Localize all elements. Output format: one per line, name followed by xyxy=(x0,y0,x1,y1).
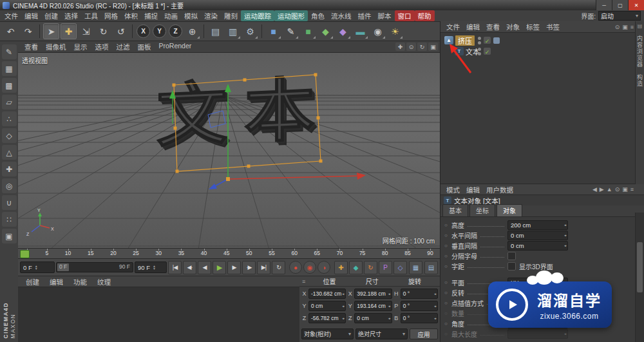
menubar-item[interactable]: 渲染 xyxy=(201,10,221,21)
separate-letters-checkbox[interactable] xyxy=(507,252,516,260)
prev-frame-button[interactable]: ◀ xyxy=(198,261,211,274)
end-frame-field[interactable]: 90 F ▲▼ xyxy=(135,261,167,273)
edges-mode-icon[interactable]: ◇ xyxy=(2,128,17,143)
scrollbar-thumb[interactable] xyxy=(637,242,643,292)
object-manager-menu-item[interactable]: 查看 xyxy=(483,21,503,32)
material-list-area[interactable] xyxy=(18,287,299,342)
record-scale-toggle[interactable]: ◆ xyxy=(349,261,363,274)
goto-start-button[interactable]: |◀ xyxy=(168,261,182,274)
viewport-zoom-icon[interactable]: ⊙ xyxy=(406,43,416,51)
drag-knob-icon[interactable] xyxy=(444,280,451,285)
z-axis-lock-button[interactable]: Z xyxy=(169,24,182,38)
quantize-icon[interactable]: ∷ xyxy=(2,212,17,227)
dock-tab-structure[interactable]: 构造 xyxy=(636,74,644,87)
drag-knob-icon[interactable] xyxy=(444,321,451,327)
attribute-tab[interactable]: 基本 xyxy=(442,204,468,216)
enable-axis-icon[interactable]: ✚ xyxy=(2,162,17,176)
timeline-layout-button[interactable]: ▦ xyxy=(409,261,422,274)
record-options-button[interactable]: ◑ xyxy=(317,261,330,274)
minimize-button[interactable]: ─ xyxy=(596,0,612,10)
add-generator-button[interactable]: ◆ xyxy=(317,23,334,39)
position-x-field[interactable]: -130.682 cm xyxy=(308,289,346,299)
viewport-menu-item[interactable]: 面板 xyxy=(134,41,155,52)
add-spline-button[interactable]: ✎ xyxy=(283,23,299,39)
vspace-field[interactable]: 0 cm xyxy=(507,241,568,251)
texture-mode-icon[interactable]: ▩ xyxy=(2,78,17,93)
menubar-item[interactable]: 动画 xyxy=(161,10,181,21)
menubar-item[interactable]: 创建 xyxy=(41,10,61,21)
size-mode-select[interactable]: 绝对尺寸 xyxy=(355,328,408,339)
close-button[interactable]: ✕ xyxy=(628,0,644,10)
current-frame-field[interactable]: 0 F ▲▼ xyxy=(20,261,55,273)
viewport-menu-item[interactable]: ProRender xyxy=(155,41,196,52)
rotation-b-field[interactable]: 0 ° xyxy=(401,313,438,323)
workplane-mode-icon[interactable]: ▱ xyxy=(2,95,17,109)
apply-button[interactable]: 应用 xyxy=(410,328,438,339)
play-button[interactable]: ▶ xyxy=(213,261,226,274)
menubar-item[interactable]: 捕捉 xyxy=(141,10,161,21)
object-manager-menu-item[interactable]: 标签 xyxy=(523,21,543,32)
add-primitive-button[interactable]: ■ xyxy=(265,23,281,39)
render-settings-button[interactable]: ⚙ xyxy=(242,23,258,39)
add-light-button[interactable]: ☀ xyxy=(387,23,403,39)
material-menu-item[interactable]: 功能 xyxy=(68,276,92,287)
spinner-icon[interactable]: ▲▼ xyxy=(153,265,156,270)
loop-mode-button[interactable]: ↻ xyxy=(272,261,285,274)
add-camera-button[interactable]: ◉ xyxy=(370,23,386,39)
viewport-menu-item[interactable]: 过滤 xyxy=(113,41,134,52)
interface-select[interactable]: 启动 xyxy=(598,11,641,21)
drag-knob-icon[interactable] xyxy=(444,243,451,249)
model-mode-icon[interactable]: ▦ xyxy=(2,61,17,76)
viewport-menu-item[interactable]: 摄像机 xyxy=(42,41,70,52)
object-row-text[interactable]: T 文本 xyxy=(440,46,644,57)
add-subdivision-button[interactable]: ■ xyxy=(300,23,316,39)
object-manager-menu-item[interactable]: 对象 xyxy=(503,21,523,32)
viewport-canvas[interactable]: 文本 xyxy=(18,53,440,248)
live-selection-icon[interactable]: ➤ xyxy=(43,23,59,39)
viewport-toggle-icon[interactable]: ▣ xyxy=(428,43,438,51)
y-axis-lock-button[interactable]: Y xyxy=(153,24,166,38)
om-menu-icon[interactable]: ≡ xyxy=(630,24,634,30)
add-deformer-button[interactable]: ◆ xyxy=(335,23,351,39)
menubar-item[interactable]: 网格 xyxy=(101,10,121,21)
height-field[interactable]: 200 cm xyxy=(507,220,568,230)
enable-snap-icon[interactable]: ∪ xyxy=(2,195,17,210)
drag-knob-icon[interactable] xyxy=(444,222,451,228)
am-lock-icon[interactable]: ▣ xyxy=(622,186,628,193)
size-y-field[interactable]: 193.164 cm xyxy=(354,301,392,311)
frame-range-slider[interactable]: 0 F 90 F xyxy=(56,262,133,272)
menubar-item[interactable]: 选择 xyxy=(61,10,81,21)
phong-tag-icon[interactable] xyxy=(493,37,500,44)
menubar-item[interactable]: 体积 xyxy=(121,10,141,21)
next-key-button[interactable]: ·▶ xyxy=(242,261,256,274)
render-view-button[interactable]: ▤ xyxy=(207,23,223,39)
prev-key-button[interactable]: ◀· xyxy=(183,261,196,274)
object-manager-tree[interactable]: ▲ 挤压 T 文本 xyxy=(440,33,644,184)
object-manager-menu-item[interactable]: 书签 xyxy=(543,21,563,32)
attribute-menu-item[interactable]: 模式 xyxy=(443,184,463,195)
menubar-item[interactable]: 流水线 xyxy=(328,10,355,21)
autokey-button[interactable]: ◉ xyxy=(303,261,316,274)
viewport-menu-item[interactable]: 显示 xyxy=(70,41,91,52)
menubar-item[interactable]: 角色 xyxy=(308,10,328,21)
drag-knob-icon[interactable] xyxy=(444,233,451,238)
drag-knob-icon[interactable] xyxy=(444,300,451,306)
drag-knob-icon[interactable] xyxy=(444,253,451,259)
viewport-menu-item[interactable]: 查看 xyxy=(21,41,42,52)
om-search-icon[interactable]: ⊙ xyxy=(615,24,620,30)
workplane-lock-icon[interactable]: ▣ xyxy=(2,229,17,243)
attribute-tab[interactable]: 对象 xyxy=(497,204,522,216)
attribute-menu-item[interactable]: 用户数据 xyxy=(483,184,516,195)
object-row-extrude[interactable]: ▲ 挤压 xyxy=(440,35,644,46)
record-position-toggle[interactable]: ✚ xyxy=(334,261,348,274)
menubar-item[interactable]: 窗口 xyxy=(395,10,415,21)
visibility-dots[interactable] xyxy=(478,37,481,44)
material-menu-item[interactable]: 纹理 xyxy=(92,276,116,287)
am-forward-icon[interactable]: ▶ xyxy=(600,186,604,193)
timeline-options-button[interactable]: ▤ xyxy=(424,261,438,274)
rotate-tool-icon[interactable]: ↻ xyxy=(95,23,111,39)
last-tool-icon[interactable]: ↺ xyxy=(113,23,129,39)
maximize-button[interactable]: ▢ xyxy=(612,0,628,10)
timeline-playhead[interactable] xyxy=(20,250,30,258)
goto-end-button[interactable]: ▶| xyxy=(257,261,270,274)
